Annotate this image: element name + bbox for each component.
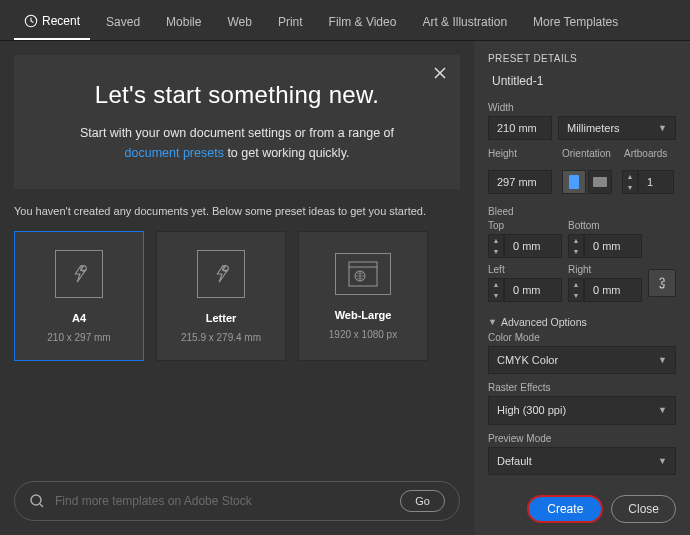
tab-label: Film & Video — [329, 15, 397, 29]
hero-banner: Let's start something new. Start with yo… — [14, 55, 460, 189]
orientation-landscape-button[interactable] — [588, 170, 612, 194]
preview-label: Preview Mode — [488, 433, 676, 444]
artboards-label: Artboards — [624, 148, 676, 159]
tab-label: Saved — [106, 15, 140, 29]
close-icon[interactable] — [432, 65, 448, 81]
bleed-left-label: Left — [488, 264, 562, 275]
left-panel: Let's start something new. Start with yo… — [0, 41, 474, 535]
tab-saved[interactable]: Saved — [96, 8, 150, 40]
link-icon — [656, 276, 668, 290]
color-mode-select[interactable]: CMYK Color▼ — [488, 346, 676, 374]
bleed-right-input[interactable]: 0 mm — [584, 278, 642, 302]
units-select[interactable]: Millimeters▼ — [558, 116, 676, 140]
preview-select[interactable]: Default▼ — [488, 447, 676, 475]
bleed-top-label: Top — [488, 220, 562, 231]
document-presets-link[interactable]: document presets — [125, 146, 224, 160]
tab-label: More Templates — [533, 15, 618, 29]
bleed-right-stepper[interactable]: ▲▼ — [568, 278, 584, 302]
chevron-down-icon: ▼ — [658, 456, 667, 466]
width-label: Width — [488, 102, 676, 113]
tab-recent[interactable]: Recent — [14, 8, 90, 40]
preset-web-large[interactable]: Web-Large 1920 x 1080 px — [298, 231, 428, 361]
advanced-options-toggle[interactable]: ▼ Advanced Options — [488, 316, 676, 328]
artboards-stepper[interactable]: ▲▼ — [622, 170, 638, 194]
preset-title: A4 — [72, 312, 86, 324]
hero-title: Let's start something new. — [38, 81, 436, 109]
tab-label: Art & Illustration — [422, 15, 507, 29]
recent-message: You haven't created any documents yet. B… — [14, 205, 460, 217]
bleed-top-stepper[interactable]: ▲▼ — [488, 234, 504, 258]
preset-sub: 1920 x 1080 px — [329, 329, 397, 340]
height-input[interactable]: 297 mm — [488, 170, 552, 194]
svg-point-6 — [31, 495, 41, 505]
create-button[interactable]: Create — [527, 495, 603, 523]
document-icon — [55, 250, 103, 298]
bleed-bottom-input[interactable]: 0 mm — [584, 234, 642, 258]
color-mode-label: Color Mode — [488, 332, 676, 343]
tab-label: Web — [227, 15, 251, 29]
link-bleed-button[interactable] — [648, 269, 676, 297]
bleed-label: Bleed — [488, 206, 676, 217]
svg-rect-3 — [349, 262, 377, 286]
category-tabs: Recent Saved Mobile Web Print Film & Vid… — [0, 0, 690, 41]
panel-header: PRESET DETAILS — [488, 53, 676, 64]
orientation-label: Orientation — [562, 148, 614, 159]
bleed-top-input[interactable]: 0 mm — [504, 234, 562, 258]
tab-label: Recent — [42, 14, 80, 28]
chevron-down-icon: ▼ — [488, 317, 497, 327]
tab-print[interactable]: Print — [268, 8, 313, 40]
go-button[interactable]: Go — [400, 490, 445, 512]
tab-art[interactable]: Art & Illustration — [412, 8, 517, 40]
tab-mobile[interactable]: Mobile — [156, 8, 211, 40]
height-label: Height — [488, 148, 552, 159]
hero-text: Start with your own document settings or… — [38, 123, 436, 163]
tab-film[interactable]: Film & Video — [319, 8, 407, 40]
preset-letter[interactable]: Letter 215.9 x 279.4 mm — [156, 231, 286, 361]
preset-title: Web-Large — [335, 309, 392, 321]
bleed-bottom-label: Bottom — [568, 220, 642, 231]
search-icon — [29, 493, 45, 509]
preset-list: A4 210 x 297 mm Letter 215.9 x 279.4 mm … — [14, 231, 460, 361]
chevron-down-icon: ▼ — [658, 123, 667, 133]
artboards-input[interactable]: 1 — [638, 170, 674, 194]
bleed-left-input[interactable]: 0 mm — [504, 278, 562, 302]
search-input[interactable] — [55, 494, 390, 508]
preset-sub: 210 x 297 mm — [47, 332, 110, 343]
tab-web[interactable]: Web — [217, 8, 261, 40]
close-button[interactable]: Close — [611, 495, 676, 523]
raster-select[interactable]: High (300 ppi)▼ — [488, 396, 676, 424]
width-input[interactable]: 210 mm — [488, 116, 552, 140]
bleed-bottom-stepper[interactable]: ▲▼ — [568, 234, 584, 258]
preset-title: Letter — [206, 312, 237, 324]
chevron-down-icon: ▼ — [658, 355, 667, 365]
svg-line-7 — [40, 504, 43, 507]
preset-a4[interactable]: A4 210 x 297 mm — [14, 231, 144, 361]
raster-label: Raster Effects — [488, 382, 676, 393]
document-name[interactable]: Untitled-1 — [488, 74, 676, 88]
clock-icon — [24, 14, 38, 28]
tab-label: Print — [278, 15, 303, 29]
web-icon — [335, 253, 391, 295]
chevron-down-icon: ▼ — [658, 405, 667, 415]
bleed-right-label: Right — [568, 264, 642, 275]
orientation-portrait-button[interactable] — [562, 170, 586, 194]
preset-details-panel: PRESET DETAILS Untitled-1 Width 210 mm M… — [474, 41, 690, 535]
tab-more[interactable]: More Templates — [523, 8, 628, 40]
bleed-left-stepper[interactable]: ▲▼ — [488, 278, 504, 302]
tab-label: Mobile — [166, 15, 201, 29]
search-bar: Go — [14, 481, 460, 521]
document-icon — [197, 250, 245, 298]
preset-sub: 215.9 x 279.4 mm — [181, 332, 261, 343]
